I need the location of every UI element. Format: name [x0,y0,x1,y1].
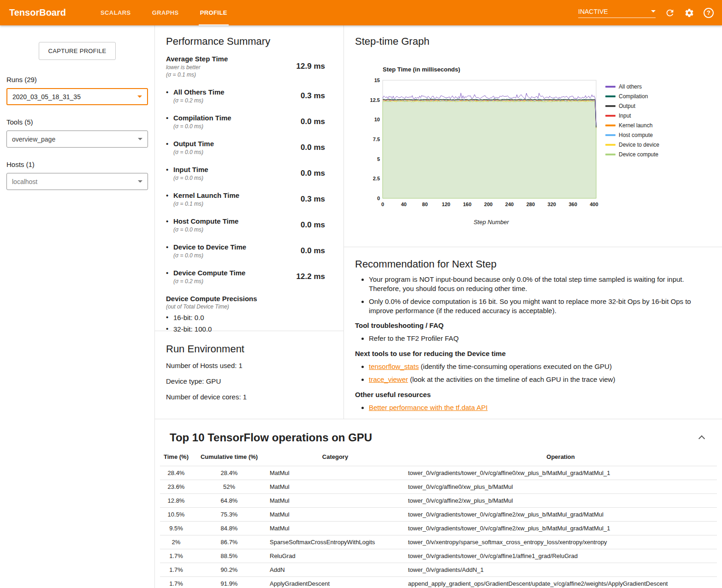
metric-average-step-time: Average Step Time lower is better (σ = 0… [166,55,332,78]
app-title: TensorBoard [9,7,66,18]
table-row: 12.8% 64.8% MatMul tower_0/v/cg/affine2/… [160,494,717,508]
next-tool-item: trace_viewer (look at the activities on … [369,375,711,384]
legend-item: Device to device [605,140,659,149]
metric-all-others-time: • All Others Time (σ = 0.2 ms) 0.3 ms [166,88,332,104]
device-cores: Number of device cores: 1 [166,393,332,401]
chart-plot: 02.557.51012.515040801201602002402803203… [367,77,600,215]
nav-tabs: SCALARS GRAPHS PROFILE [90,0,238,25]
next-tools-heading: Next tools to use for reducing the Devic… [355,350,711,357]
legend-swatch [605,105,615,107]
svg-text:15: 15 [374,77,380,83]
svg-text:400: 400 [590,202,598,207]
tools-select-value: overview_page [12,136,55,143]
step-time-chart: Step Time (in milliseconds) 02.557.51012… [367,66,600,226]
runs-select[interactable]: 2020_03_05_18_31_35 [6,88,148,105]
bullet-icon: • [166,88,173,96]
settings-gear-icon[interactable] [684,8,694,18]
column-header-time: Time (%) [160,451,192,466]
graph-column: Step-time Graph Step Time (in millisecon… [344,25,722,419]
svg-text:280: 280 [527,202,535,207]
main-content: Performance Summary Average Step Time lo… [154,25,722,588]
column-header-operation: Operation [404,451,717,466]
device-compute-precisions: Device Compute Precisions (out of Total … [166,295,332,333]
hosts-select[interactable]: localhost [6,173,148,190]
bullet-icon: • [166,243,173,251]
chart-legend: All others Compilation Output Input Kern… [605,82,659,226]
help-icon[interactable]: ? [704,8,714,18]
bullet-icon: • [166,114,173,122]
step-time-graph-section: Step-time Graph Step Time (in millisecon… [344,25,722,247]
table-row: 1.7% 90.2% AddN tower_0/v/gradients/AddN… [160,563,717,577]
column-header-cumulative: Cumulative time (%) [192,451,266,466]
bullet-icon: • [166,269,173,277]
status-dropdown[interactable]: INACTIVE [578,8,656,18]
table-row: 10.5% 75.3% MatMul tower_0/v/gradients/t… [160,508,717,522]
legend-item: Device compute [605,149,659,159]
tools-select[interactable]: overview_page [6,131,148,148]
sidebar: CAPTURE PROFILE Runs (29) 2020_03_05_18_… [0,25,154,588]
step-time-graph-title: Step-time Graph [355,36,711,48]
table-row: 23.6% 52% MatMul tower_0/v/cg/affine0/xw… [160,480,717,494]
runs-select-value: 2020_03_05_18_31_35 [12,93,81,101]
column-header-category: Category [266,451,404,466]
precision-16bit: • 16-bit: 0.0 [166,313,332,321]
metric-kernel-launch-time: • Kernel Launch Time (σ = 0.1 ms) 0.3 ms [166,191,332,207]
run-environment: Run Environment Number of Hosts used: 1 … [155,331,343,413]
hosts-label: Hosts (1) [6,160,148,168]
collapse-icon[interactable] [698,435,705,442]
run-environment-title: Run Environment [166,343,332,355]
svg-text:120: 120 [442,202,450,207]
summary-column: Performance Summary Average Step Time lo… [155,25,344,419]
metric-host-compute-time: • Host Compute Time (σ = 0.0 ms) 0.0 ms [166,217,332,233]
bullet-icon: • [166,191,173,200]
metric-input-time: • Input Time (σ = 0.0 ms) 0.0 ms [166,166,332,181]
trace-viewer-link[interactable]: trace_viewer [369,375,408,383]
svg-text:360: 360 [568,202,577,207]
legend-item: Host compute [605,130,659,140]
chevron-down-icon [138,138,142,140]
tab-graphs[interactable]: GRAPHS [142,0,189,25]
legend-item: Compilation [605,91,659,101]
svg-text:80: 80 [422,202,428,207]
legend-item: Input [605,111,659,120]
capture-profile-button[interactable]: CAPTURE PROFILE [39,42,116,60]
svg-text:7.5: 7.5 [373,137,380,142]
app-header: TensorBoard SCALARS GRAPHS PROFILE INACT… [0,0,722,25]
status-dropdown-value: INACTIVE [578,8,608,15]
bullet-icon: • [166,313,173,321]
legend-swatch [605,154,615,155]
faq-item: Refer to the TF2 Profiler FAQ [369,334,711,343]
legend-item: All others [605,82,659,91]
svg-text:10: 10 [374,117,380,122]
recommendation-bullets: Your program is NOT input-bound because … [355,275,711,315]
resources-heading: Other useful resources [355,391,711,398]
performance-summary-title: Performance Summary [166,36,332,48]
legend-swatch [605,144,615,146]
bullet-icon: • [166,166,173,174]
performance-summary: Performance Summary Average Step Time lo… [155,25,343,331]
svg-text:12.5: 12.5 [370,97,380,103]
tools-label: Tools (5) [6,118,148,126]
table-row: 1.7% 88.5% ReluGrad tower_0/v/gradients/… [160,549,717,563]
top-ops-title: Top 10 TensorFlow operations on GPU [170,431,372,444]
chart-title: Step Time (in milliseconds) [383,66,600,73]
bullet-icon: • [166,217,173,226]
svg-text:0: 0 [381,202,384,207]
refresh-icon[interactable] [665,8,675,18]
svg-text:320: 320 [548,202,556,207]
svg-text:240: 240 [505,202,514,207]
device-type: Device type: GPU [166,377,332,385]
metric-compilation-time: • Compilation Time (σ = 0.0 ms) 0.0 ms [166,114,332,130]
hosts-used: Number of Hosts used: 1 [166,362,332,369]
svg-text:160: 160 [463,202,471,207]
tab-profile[interactable]: PROFILE [189,0,238,25]
legend-swatch [605,134,615,136]
faq-heading: Tool troubleshooting / FAQ [355,321,711,329]
metric-device-compute-time: • Device Compute Time (σ = 0.2 ms) 12.2 … [166,269,332,285]
tfdata-api-link[interactable]: Better performance with the tf.data API [369,404,488,411]
table-row: 2% 86.7% SparseSoftmaxCrossEntropyWithLo… [160,535,717,549]
tensorflow-stats-link[interactable]: tensorflow_stats [369,362,419,370]
resource-item: Better performance with the tf.data API [369,403,711,412]
header-actions: INACTIVE ? [578,8,714,18]
tab-scalars[interactable]: SCALARS [90,0,142,25]
